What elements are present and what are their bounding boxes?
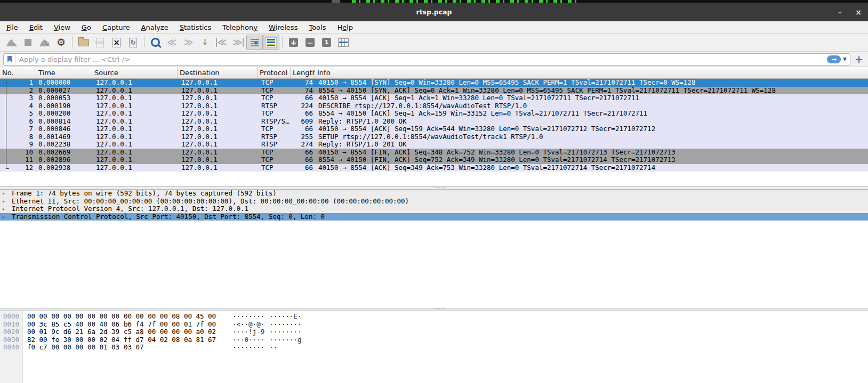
column-header-time[interactable]: Time xyxy=(36,67,92,78)
add-filter-button[interactable]: + xyxy=(855,54,863,64)
packet-row[interactable]: 30.000053127.0.0.1127.0.0.1TCP6640150 → … xyxy=(0,94,868,102)
column-header-source[interactable]: Source xyxy=(92,67,178,78)
zoom-original-button[interactable]: 1 xyxy=(318,35,335,50)
packet-row[interactable]: 40.000190127.0.0.1127.0.0.1RTSP224DESCRI… xyxy=(0,102,868,110)
cell-time: 0.000000 xyxy=(36,79,92,87)
cell-destination: 127.0.0.1 xyxy=(178,149,258,157)
menu-file[interactable]: File xyxy=(6,23,18,31)
cell-protocol: TCP xyxy=(258,125,291,133)
expand-arrow-icon[interactable]: ▸ xyxy=(0,198,7,206)
display-filter-input[interactable] xyxy=(16,55,827,63)
menu-telephony[interactable]: Telephony xyxy=(222,23,258,31)
hex-row[interactable]: 0040f0 c7 00 00 00 00 01 0303 07········… xyxy=(0,344,868,352)
zoom-in-button[interactable]: + xyxy=(285,35,302,50)
packet-row[interactable]: 70.000846127.0.0.1127.0.0.1TCP6640150 → … xyxy=(0,125,868,133)
cell-length: 224 xyxy=(291,102,315,110)
packet-row[interactable]: 110.002896127.0.0.1127.0.0.1TCP668554 → … xyxy=(0,156,868,164)
column-header-destination[interactable]: Destination xyxy=(178,67,258,78)
packet-bytes-pane: 000000 00 00 00 00 00 00 0000 00 00 00 0… xyxy=(0,311,868,383)
cell-source: 127.0.0.1 xyxy=(92,149,178,157)
packet-row[interactable]: 100.002669127.0.0.1127.0.0.1TCP6640150 →… xyxy=(0,149,868,157)
cell-no: 11 xyxy=(0,156,36,164)
expand-arrow-icon[interactable]: ▸ xyxy=(0,190,7,198)
cell-source: 127.0.0.1 xyxy=(92,110,178,118)
find-packet-button[interactable] xyxy=(147,35,164,50)
restart-capture-button[interactable]: ↻ xyxy=(36,35,53,50)
hex-ascii-left: ········ xyxy=(232,313,264,321)
filter-bookmark-icon[interactable] xyxy=(4,54,16,64)
cell-info: 40150 → 8554 [FIN, ACK] Seq=348 Ack=752 … xyxy=(315,149,868,157)
menu-tools[interactable]: Tools xyxy=(309,23,326,31)
packet-row[interactable]: 120.002938127.0.0.1127.0.0.1TCP6640150 →… xyxy=(0,164,868,172)
auto-scroll-button[interactable]: ▼ xyxy=(246,35,263,50)
detail-row[interactable]: ▸Internet Protocol Version 4, Src: 127.0… xyxy=(0,205,868,213)
hex-offset: 0000 xyxy=(0,313,22,321)
zoom-out-button[interactable]: − xyxy=(302,35,318,50)
hex-bytes-right: c5 a8 00 00 00 00 a0 02 xyxy=(124,328,214,336)
go-to-packet-button[interactable]: ↓ xyxy=(197,35,213,50)
hex-row[interactable]: 000000 00 00 00 00 00 00 0000 00 00 00 0… xyxy=(0,313,868,321)
hex-bytes-left: 00 01 9c d6 21 6a 2d 39 xyxy=(27,328,118,336)
packet-row[interactable]: 20.000027127.0.0.1127.0.0.1TCP748554 → 4… xyxy=(0,87,868,95)
hex-offset: 0030 xyxy=(0,336,22,344)
cell-length: 66 xyxy=(291,125,315,133)
packet-row[interactable]: 80.001469127.0.0.1127.0.0.1RTSP255SETUP … xyxy=(0,133,868,141)
start-capture-button[interactable] xyxy=(3,35,20,50)
hex-row[interactable]: 001000 3c 85 c5 40 00 40 06b6 f4 7f 00 0… xyxy=(0,321,868,329)
close-file-button[interactable]: × xyxy=(108,35,125,50)
cell-destination: 127.0.0.1 xyxy=(178,164,258,172)
cell-length: 66 xyxy=(291,110,315,118)
hex-row[interactable]: 002000 01 9c d6 21 6a 2d 39c5 a8 00 00 0… xyxy=(0,328,868,336)
detail-row[interactable]: ▸Transmission Control Protocol, Src Port… xyxy=(0,213,868,221)
expand-arrow-icon[interactable]: ▸ xyxy=(0,205,7,213)
packet-row[interactable]: 60.000814127.0.0.1127.0.0.1RTSP/S…609Rep… xyxy=(0,118,868,126)
colorize-packets-button[interactable] xyxy=(263,35,279,50)
menu-go[interactable]: Go xyxy=(82,23,91,31)
column-header-length[interactable]: Length xyxy=(291,67,315,78)
go-forward-button[interactable]: ≫ xyxy=(180,35,197,50)
hex-row[interactable]: 003082 00 fe 30 00 00 02 04ff d7 04 02 0… xyxy=(0,336,868,344)
menu-capture[interactable]: Capture xyxy=(102,23,130,31)
cell-protocol: TCP xyxy=(258,87,291,95)
go-first-packet-button[interactable]: ≪ xyxy=(213,35,230,50)
open-file-button[interactable] xyxy=(75,35,92,50)
close-button[interactable]: × xyxy=(854,7,863,17)
cell-time: 0.000846 xyxy=(36,125,92,133)
detail-row[interactable]: ▸Frame 1: 74 bytes on wire (592 bits), 7… xyxy=(0,190,868,198)
column-header-protocol[interactable]: Protocol xyxy=(258,67,291,78)
menu-wireless[interactable]: Wireless xyxy=(269,23,298,31)
cell-time: 0.001469 xyxy=(36,133,92,141)
cell-source: 127.0.0.1 xyxy=(92,125,178,133)
stop-capture-button[interactable] xyxy=(20,35,36,50)
hex-offset: 0020 xyxy=(0,328,22,336)
packet-row[interactable]: 50.000200127.0.0.1127.0.0.1TCP668554 → 4… xyxy=(0,110,868,118)
go-back-icon: ≪ xyxy=(167,38,177,47)
go-last-packet-button[interactable]: ≫ xyxy=(230,35,246,50)
save-file-button[interactable]: 0101 xyxy=(92,35,108,50)
menu-statistics[interactable]: Statistics xyxy=(180,23,211,31)
toolbar-separator xyxy=(282,36,283,49)
cell-info: DESCRIBE rtsp://127.0.0.1:8554/wavAudioT… xyxy=(315,102,868,110)
detail-row[interactable]: ▸Ethernet II, Src: 00:00:00_00:00:00 (00… xyxy=(0,198,868,206)
packet-row[interactable]: 10.000000127.0.0.1127.0.0.1TCP7440150 → … xyxy=(0,79,868,87)
menu-view[interactable]: View xyxy=(54,23,70,31)
column-header-info[interactable]: Info xyxy=(315,67,868,78)
go-back-button[interactable]: ≪ xyxy=(164,35,180,50)
column-header-no[interactable]: No. xyxy=(0,67,36,78)
detail-text: Internet Protocol Version 4, Src: 127.0.… xyxy=(7,205,248,213)
capture-options-button[interactable]: ⚙ xyxy=(53,35,69,50)
reload-file-button[interactable]: ↻ xyxy=(125,35,141,50)
apply-filter-button[interactable]: → xyxy=(827,55,841,63)
expand-arrow-icon[interactable]: ▸ xyxy=(0,213,7,221)
menu-help[interactable]: Help xyxy=(337,23,353,31)
packet-row[interactable]: 90.002238127.0.0.1127.0.0.1RTSP274Reply:… xyxy=(0,141,868,149)
cell-length: 66 xyxy=(291,164,315,172)
menu-analyze[interactable]: Analyze xyxy=(141,23,168,31)
resize-columns-button[interactable] xyxy=(335,35,351,50)
filter-dropdown-icon[interactable]: ▼ xyxy=(843,56,847,62)
cell-info: 8554 → 40150 [FIN, ACK] Seq=752 Ack=349 … xyxy=(315,156,868,164)
minimize-button[interactable]: – xyxy=(835,7,845,17)
menu-edit[interactable]: Edit xyxy=(29,23,43,31)
cell-info: 40150 → 8554 [SYN] Seq=0 Win=33280 Len=0… xyxy=(315,79,868,87)
cell-protocol: RTSP xyxy=(258,141,291,149)
